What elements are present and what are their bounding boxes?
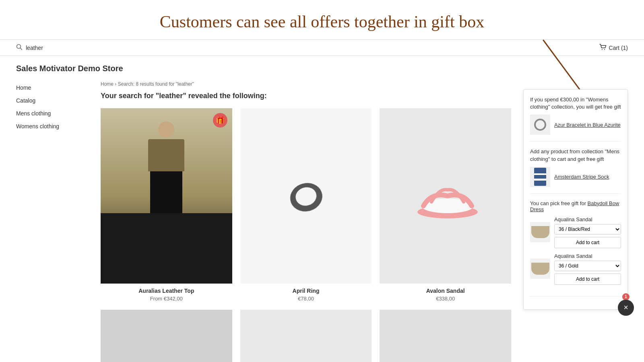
gift-choice-select-2[interactable]: 36 / Gold 37 / Gold 38 / Gold — [554, 261, 621, 271]
product-image-row2-2 — [240, 310, 372, 362]
product-image-row2-3 — [380, 310, 511, 362]
main-layout: Home Catalog Mens clothing Womens clothi… — [0, 77, 644, 362]
product-name-2: Avalon Sandal — [380, 288, 511, 294]
product-card-row2-2[interactable] — [240, 310, 372, 362]
gift-item-sock-row: Amsterdam Stripe Sock — [530, 167, 621, 187]
gift-choice-item-1: Aqualina Sandal 36 / Black/Red 37 / Blac… — [530, 216, 621, 248]
breadcrumb-separator: › — [115, 81, 118, 87]
product-name-1: April Ring — [240, 288, 372, 294]
close-button[interactable]: × — [618, 300, 634, 316]
gift-item-thumb-bracelet — [530, 115, 550, 135]
product-card-row2-1[interactable] — [101, 310, 232, 362]
product-card-leather-top[interactable]: 🎁 Auralias Leather Top From €342,00 — [101, 108, 232, 302]
gift-pick-prefix: You can pick free gift for — [530, 200, 588, 206]
gift-choice-thumb-1 — [530, 222, 550, 242]
ring-image — [240, 108, 372, 284]
product-card-row2-3[interactable] — [380, 310, 511, 362]
person-head — [158, 121, 174, 138]
search-input[interactable] — [26, 45, 106, 51]
close-btn-wrapper: 1 × — [618, 293, 634, 316]
sandal-thumb-1 — [531, 226, 549, 238]
gift-panel-womens-text: If you spend €300,00 in "Womens clothing… — [530, 96, 621, 111]
gift-choice-name-2: Aqualina Sandal — [554, 253, 621, 259]
product-card-sandal[interactable]: Avalon Sandal €338,00 — [380, 108, 511, 302]
gift-choice-select-1[interactable]: 36 / Black/Red 37 / Black/Red 38 / Black… — [554, 224, 621, 234]
gift-choice-item-2: Aqualina Sandal 36 / Gold 37 / Gold 38 /… — [530, 253, 621, 285]
search-area — [16, 44, 106, 51]
gift-choice-info-1: Aqualina Sandal 36 / Black/Red 37 / Blac… — [554, 216, 621, 248]
ring-shape — [289, 180, 327, 216]
gift-item-bracelet-link[interactable]: Azur Bracelet in Blue Azurite — [554, 122, 621, 128]
product-price-1: €78,00 — [240, 296, 372, 302]
page-wrapper: Customers can see all offers together in… — [0, 0, 644, 362]
svg-line-4 — [21, 48, 22, 50]
sandal-image — [380, 108, 511, 284]
sidebar-item-home[interactable]: Home — [16, 81, 89, 94]
gift-panel-section-pick: You can pick free gift for Babydoll Bow … — [530, 200, 621, 296]
search-icon — [16, 44, 23, 51]
search-results-heading: Your search for "leather" revealed the f… — [101, 92, 511, 100]
gift-panel-section-mens: Add any product from collection "Mens cl… — [530, 148, 621, 193]
product-image-ring — [240, 108, 372, 284]
gift-choice-name-1: Aqualina Sandal — [554, 216, 621, 222]
product-image-row2-1 — [101, 310, 232, 362]
product-image-sandal — [380, 108, 511, 284]
bracelet-image — [534, 119, 546, 131]
gift-panel-section-womens: If you spend €300,00 in "Womens clothing… — [530, 96, 621, 142]
person2-image — [101, 310, 232, 362]
product-price-2: €338,00 — [380, 296, 511, 302]
sandal-thumb-2 — [531, 263, 549, 275]
product-grid: 🎁 Auralias Leather Top From €342,00 — [101, 108, 511, 302]
person-body-top — [148, 139, 184, 171]
gift-badge-leather-top: 🎁 — [213, 113, 227, 128]
add-to-cart-btn-1[interactable]: Add to cart — [554, 237, 621, 248]
product-price-0: From €342,00 — [101, 296, 232, 302]
sidebar-item-womens-clothing[interactable]: Womens clothing — [16, 120, 89, 133]
product-image-leather-top: 🎁 — [101, 108, 232, 284]
product-card-ring[interactable]: April Ring €78,00 — [240, 108, 372, 302]
product-grid-row2 — [101, 310, 511, 362]
gift-choice-info-2: Aqualina Sandal 36 / Gold 37 / Gold 38 /… — [554, 253, 621, 285]
sidebar-item-catalog[interactable]: Catalog — [16, 94, 89, 107]
gift-pick-heading: You can pick free gift for Babydoll Bow … — [530, 200, 621, 212]
gift-item-bracelet-row: Azur Bracelet in Blue Azurite — [530, 115, 621, 135]
gift-item-thumb-sock — [530, 167, 550, 187]
gift-choice-thumb-2 — [530, 259, 550, 279]
gift-item-sock-link[interactable]: Amsterdam Stripe Sock — [554, 174, 609, 180]
product-name-0: Auralias Leather Top — [101, 288, 232, 294]
breadcrumb-current: Search: 8 results found for "leather" — [118, 81, 194, 87]
sandal-shape — [411, 176, 480, 216]
sock-image — [534, 168, 546, 186]
person-body-bottom — [150, 171, 182, 220]
breadcrumb: Home › Search: 8 results found for "leat… — [101, 81, 511, 87]
banner-heading: Customers can see all offers together in… — [0, 0, 644, 39]
leather-top-image — [101, 108, 232, 284]
gift-panel: If you spend €300,00 in "Womens clothing… — [523, 89, 628, 310]
sidebar-item-mens-clothing[interactable]: Mens clothing — [16, 107, 89, 120]
breadcrumb-home-link[interactable]: Home — [101, 81, 114, 87]
add-to-cart-btn-2[interactable]: Add to cart — [554, 274, 621, 285]
content-area: Home › Search: 8 results found for "leat… — [101, 77, 511, 362]
person-figure — [127, 121, 206, 270]
sidebar: Home Catalog Mens clothing Womens clothi… — [16, 77, 89, 362]
gift-panel-mens-text: Add any product from collection "Mens cl… — [530, 148, 621, 162]
